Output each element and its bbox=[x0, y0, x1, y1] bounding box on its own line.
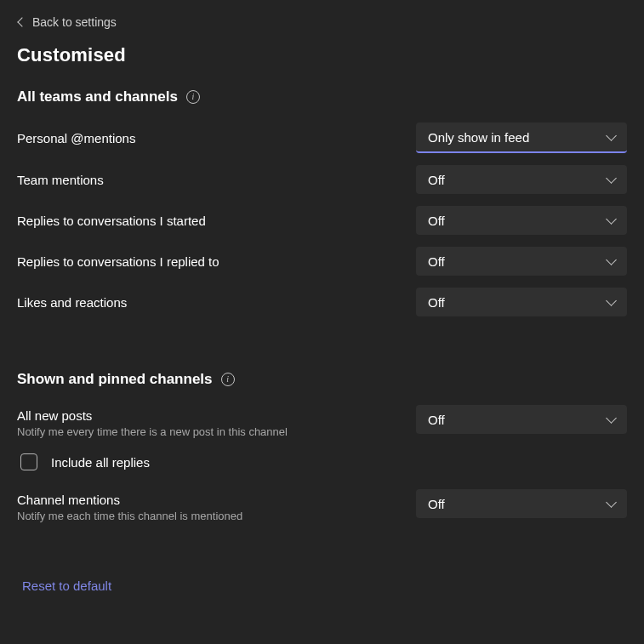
dropdown-value: Off bbox=[428, 254, 445, 269]
row-include-all-replies: Include all replies bbox=[20, 453, 627, 470]
checkbox-label: Include all replies bbox=[51, 455, 150, 470]
row-replies-replied: Replies to conversations I replied to Of… bbox=[17, 247, 627, 276]
row-label: All new posts bbox=[17, 408, 288, 423]
chevron-down-icon bbox=[606, 497, 617, 508]
back-to-settings-link[interactable]: Back to settings bbox=[19, 15, 117, 29]
row-sublabel: Notify me every time there is a new post… bbox=[17, 425, 288, 438]
dropdown-replies-started[interactable]: Off bbox=[416, 206, 627, 235]
row-sublabel: Notify me each time this channel is ment… bbox=[17, 510, 242, 522]
row-channel-mentions: Channel mentions Notify me each time thi… bbox=[17, 489, 627, 522]
section-title-pinned: Shown and pinned channels bbox=[17, 371, 213, 388]
row-team-mentions: Team mentions Off bbox=[17, 165, 627, 194]
page-title: Customised bbox=[17, 44, 627, 66]
row-personal-mentions: Personal @mentions Only show in feed bbox=[17, 123, 627, 153]
back-link-label: Back to settings bbox=[32, 15, 117, 29]
chevron-down-icon bbox=[606, 295, 617, 306]
row-label: Channel mentions bbox=[17, 493, 242, 507]
chevron-left-icon bbox=[17, 17, 26, 26]
chevron-down-icon bbox=[606, 214, 617, 225]
dropdown-team-mentions[interactable]: Off bbox=[416, 165, 627, 194]
chevron-down-icon bbox=[606, 173, 617, 184]
dropdown-channel-mentions[interactable]: Off bbox=[416, 489, 627, 518]
row-label-group: Channel mentions Notify me each time thi… bbox=[17, 489, 242, 522]
dropdown-all-new-posts[interactable]: Off bbox=[416, 405, 627, 434]
row-label: Replies to conversations I started bbox=[17, 214, 206, 228]
dropdown-value: Off bbox=[428, 413, 445, 427]
row-label: Likes and reactions bbox=[17, 295, 127, 310]
reset-to-default-link[interactable]: Reset to default bbox=[22, 578, 111, 593]
chevron-down-icon bbox=[606, 130, 617, 141]
chevron-down-icon bbox=[606, 413, 617, 424]
section-all-teams-header: All teams and channels i bbox=[17, 88, 627, 105]
row-replies-started: Replies to conversations I started Off bbox=[17, 206, 627, 235]
section-title-all-teams: All teams and channels bbox=[17, 88, 178, 105]
dropdown-value: Off bbox=[428, 214, 445, 228]
row-label: Replies to conversations I replied to bbox=[17, 254, 219, 269]
info-icon[interactable]: i bbox=[221, 373, 235, 386]
row-label-group: All new posts Notify me every time there… bbox=[17, 405, 288, 438]
section-pinned-header: Shown and pinned channels i bbox=[17, 371, 627, 388]
dropdown-value: Only show in feed bbox=[428, 130, 529, 145]
row-all-new-posts: All new posts Notify me every time there… bbox=[17, 405, 627, 438]
dropdown-likes-reactions[interactable]: Off bbox=[416, 288, 627, 316]
dropdown-personal-mentions[interactable]: Only show in feed bbox=[416, 123, 627, 153]
dropdown-replies-replied[interactable]: Off bbox=[416, 247, 627, 276]
checkbox-include-all-replies[interactable] bbox=[20, 453, 37, 470]
dropdown-value: Off bbox=[428, 497, 445, 511]
row-label: Personal @mentions bbox=[17, 131, 135, 145]
row-label: Team mentions bbox=[17, 173, 104, 187]
row-likes-reactions: Likes and reactions Off bbox=[17, 288, 627, 316]
chevron-down-icon bbox=[606, 254, 617, 265]
dropdown-value: Off bbox=[428, 173, 445, 187]
info-icon[interactable]: i bbox=[186, 90, 200, 104]
dropdown-value: Off bbox=[428, 295, 445, 310]
